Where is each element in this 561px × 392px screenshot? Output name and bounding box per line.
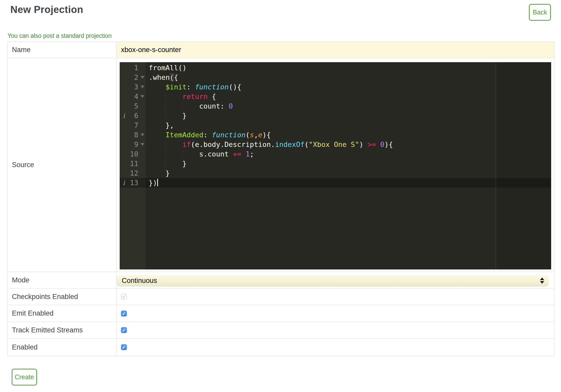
- standard-projection-link[interactable]: You can also post a standard projection: [8, 32, 112, 39]
- code-token: $init: [166, 83, 186, 91]
- fold-marker-icon[interactable]: [140, 85, 145, 88]
- code-token: {: [174, 73, 178, 81]
- code-line[interactable]: }: [146, 159, 551, 168]
- gutter-line-number: 13: [130, 178, 138, 188]
- code-token: }: [149, 169, 170, 177]
- emit-enabled-row: Emit Enabled ✓: [8, 305, 554, 322]
- info-annotation-icon: i: [123, 178, 125, 188]
- code-token: }: [149, 112, 186, 120]
- code-token: [149, 131, 166, 139]
- back-button[interactable]: Back: [529, 4, 551, 21]
- gutter-line: 10: [120, 149, 146, 159]
- gutter-line-number: 4: [134, 92, 138, 101]
- enabled-row: Enabled ✓: [8, 339, 554, 356]
- code-line[interactable]: $init: function(){: [146, 82, 551, 92]
- code-line[interactable]: }: [146, 168, 551, 178]
- source-label: Source: [8, 58, 117, 272]
- emit-enabled-cell: ✓: [117, 305, 554, 322]
- mode-select[interactable]: Continuous: [117, 275, 548, 286]
- code-token: if: [182, 140, 191, 148]
- name-row: Name: [8, 42, 554, 58]
- name-label: Name: [8, 42, 117, 58]
- code-token: indexOf: [275, 140, 305, 148]
- code-line[interactable]: if(e.body.Description.indexOf("Xbox One …: [146, 140, 551, 149]
- code-token: .when: [149, 73, 170, 81]
- code-token: }): [149, 179, 157, 187]
- gutter-line-number: 9: [134, 140, 138, 149]
- code-token: :: [203, 131, 212, 139]
- source-row: Source 1fromAll()2.when({3 $init: functi…: [8, 58, 554, 272]
- indent-guide: [166, 159, 166, 168]
- gutter-line: i6: [120, 111, 146, 120]
- fold-marker-icon[interactable]: [140, 143, 145, 146]
- new-projection-page: New Projection Back You can also post a …: [0, 0, 561, 392]
- indent-guide: [182, 101, 183, 111]
- projection-name-input[interactable]: [117, 42, 554, 58]
- gutter-line: 1: [120, 63, 146, 73]
- checkmark-icon: ✓: [122, 345, 126, 350]
- code-token: return: [182, 92, 208, 101]
- projection-form-table: Name Source 1fromAll()2.when({3 $init: f…: [7, 41, 555, 356]
- name-value-cell: [117, 42, 554, 58]
- code-token: 1: [246, 150, 250, 158]
- track-emitted-streams-label: Track Emitted Streams: [8, 322, 117, 338]
- chevron-up-icon: [540, 277, 544, 280]
- fold-marker-icon[interactable]: [140, 133, 145, 136]
- gutter-line-number: 6: [134, 111, 138, 120]
- checkmark-icon: ✓: [122, 294, 126, 299]
- code-token: "Xbox One S": [309, 140, 359, 148]
- emit-enabled-checkbox[interactable]: ✓: [121, 310, 127, 316]
- code-line[interactable]: }: [146, 111, 551, 120]
- checkpoints-enabled-checkbox[interactable]: ✓: [121, 294, 127, 300]
- select-stepper-icon: [540, 277, 544, 284]
- checkpoints-enabled-label: Checkpoints Enabled: [8, 289, 117, 305]
- code-line[interactable]: ItemAdded: function(s,e){: [146, 130, 551, 140]
- gutter-line-number: 3: [134, 82, 138, 92]
- code-line[interactable]: s.count += 1;: [146, 149, 551, 159]
- text-cursor: [157, 179, 158, 186]
- code-token: :: [186, 83, 195, 91]
- gutter-line: 3: [120, 82, 146, 92]
- source-code-editor[interactable]: 1fromAll()2.when({3 $init: function(){4 …: [120, 62, 551, 269]
- code-token: ;: [250, 150, 254, 158]
- code-token: (: [246, 131, 250, 139]
- code-line[interactable]: return {: [146, 92, 551, 101]
- indent-guide: [182, 149, 183, 159]
- source-value-cell: 1fromAll()2.when({3 $init: function(){4 …: [117, 58, 554, 272]
- gutter-line: i13: [120, 178, 146, 188]
- create-button[interactable]: Create: [12, 369, 37, 386]
- code-token: s: [250, 131, 254, 139]
- page-title: New Projection: [10, 4, 83, 15]
- fold-marker-icon[interactable]: [140, 76, 145, 79]
- code-line[interactable]: fromAll(): [146, 63, 551, 73]
- code-token: (: [304, 140, 308, 148]
- indent-guide: [166, 149, 166, 159]
- gutter-line: 11: [120, 159, 146, 168]
- enabled-checkbox[interactable]: ✓: [121, 344, 127, 350]
- code-token: (: [170, 73, 174, 81]
- checkpoints-enabled-cell: ✓: [117, 289, 554, 305]
- mode-row: Mode Continuous: [8, 272, 554, 289]
- gutter-line: 9: [120, 140, 146, 149]
- code-token: (e.body.Description.: [191, 140, 275, 148]
- code-line[interactable]: }): [146, 178, 551, 188]
- code-token: s.count: [149, 150, 233, 158]
- track-emitted-streams-checkbox[interactable]: ✓: [121, 327, 127, 333]
- gutter-line: 12: [120, 168, 146, 178]
- mode-value-cell: Continuous: [117, 272, 554, 288]
- code-line[interactable]: .when({: [146, 73, 551, 82]
- indent-guide: [166, 140, 166, 149]
- info-annotation-icon: i: [123, 111, 125, 120]
- track-emitted-streams-cell: ✓: [117, 322, 554, 338]
- gutter-line-number: 2: [134, 73, 138, 82]
- code-token: }: [149, 160, 186, 168]
- gutter-line: 5: [120, 101, 146, 111]
- code-line[interactable]: },: [146, 120, 551, 130]
- indent-guide: [166, 101, 166, 111]
- gutter-line-number: 7: [134, 120, 138, 130]
- code-line[interactable]: count: 0: [146, 101, 551, 111]
- fold-marker-icon[interactable]: [140, 95, 145, 98]
- code-token: e: [258, 131, 262, 139]
- code-token: {: [208, 92, 216, 101]
- code-token: count:: [149, 102, 229, 110]
